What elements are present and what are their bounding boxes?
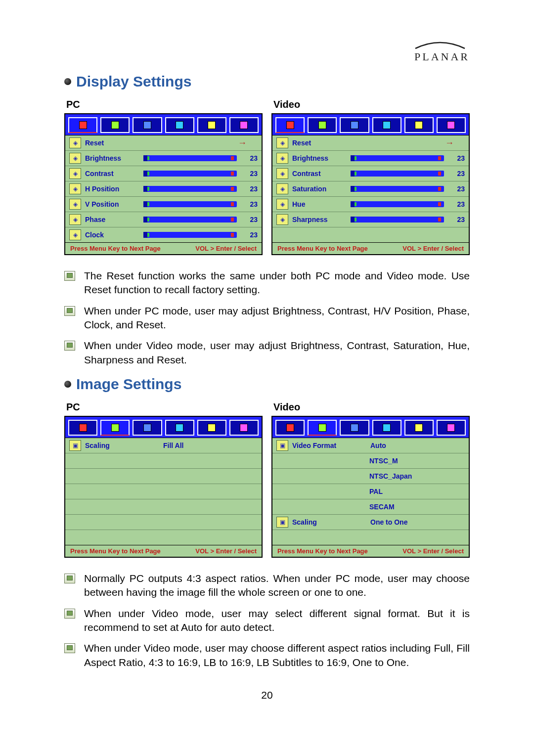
note-icon bbox=[64, 574, 75, 583]
contrast-icon: ◈ bbox=[276, 168, 288, 179]
osd-tab-icon[interactable] bbox=[404, 117, 434, 133]
note-item: The Reset function works the same under … bbox=[64, 269, 470, 297]
scaling-icon: ▣ bbox=[69, 440, 81, 451]
slider[interactable] bbox=[143, 186, 237, 192]
display-tab-icon[interactable] bbox=[275, 420, 305, 436]
row-label: V Position bbox=[85, 200, 139, 208]
setup-tab-icon[interactable] bbox=[372, 420, 401, 436]
arrow-icon: → bbox=[445, 138, 454, 148]
row-label: Hue bbox=[292, 200, 347, 208]
image-tab-icon[interactable] bbox=[100, 420, 130, 436]
osd-footer-right: VOL > Enter / Select bbox=[195, 245, 257, 252]
videoformat-icon: ▣ bbox=[276, 440, 288, 451]
row-value: 23 bbox=[451, 170, 465, 178]
note-item: When under PC mode, user may adjust Brig… bbox=[64, 304, 470, 332]
row-label: Phase bbox=[85, 216, 139, 223]
row-label: Contrast bbox=[292, 170, 347, 178]
setup-tab-icon[interactable] bbox=[165, 117, 194, 133]
osd-tab-icon[interactable] bbox=[197, 420, 226, 436]
osd-row[interactable]: ◈Hue23 bbox=[272, 196, 469, 212]
osd-row[interactable]: NTSC_Japan bbox=[272, 468, 469, 484]
osd-row[interactable]: ◈Reset→ bbox=[272, 135, 469, 150]
note-text: Normally PC outputs 4:3 aspect ratios. W… bbox=[84, 572, 470, 600]
display-video-osd: ◈Reset→◈Brightness23◈Contrast23◈Saturati… bbox=[271, 113, 470, 255]
osd-row[interactable]: ▣ScalingFill All bbox=[65, 438, 262, 453]
slider[interactable] bbox=[143, 171, 237, 177]
display-settings-heading: Display Settings bbox=[64, 73, 470, 90]
osd-row-blank bbox=[65, 499, 262, 514]
audio-tab-icon[interactable] bbox=[133, 117, 162, 133]
brand-logo: PLANAR bbox=[64, 40, 470, 63]
osd-row[interactable]: ◈Brightness23 bbox=[272, 150, 469, 166]
image-tab-icon[interactable] bbox=[100, 117, 130, 133]
display-tab-icon[interactable] bbox=[275, 117, 305, 133]
slider[interactable] bbox=[143, 232, 237, 238]
osd-footer-left: Press Menu Key to Next Page bbox=[70, 245, 161, 252]
slider[interactable] bbox=[143, 155, 237, 161]
osd-row[interactable]: ◈Sharpness23 bbox=[272, 212, 469, 227]
row-value: 23 bbox=[244, 200, 258, 208]
slider[interactable] bbox=[351, 155, 444, 161]
note-text: When under Video mode, user may select d… bbox=[84, 607, 470, 635]
scaling-icon: ▣ bbox=[276, 517, 288, 528]
osd-footer-left: Press Menu Key to Next Page bbox=[277, 245, 368, 252]
slider[interactable] bbox=[351, 201, 444, 207]
info-tab-icon[interactable] bbox=[437, 420, 466, 436]
row-label: Reset bbox=[292, 139, 347, 147]
osd-row[interactable]: ◈Contrast23 bbox=[65, 166, 262, 181]
row-label: Scaling bbox=[85, 442, 159, 449]
osd-row[interactable]: ◈Phase23 bbox=[65, 212, 262, 227]
osd-row[interactable]: ▣ScalingOne to One bbox=[272, 514, 469, 530]
pc-label: PC bbox=[66, 99, 263, 110]
display-tab-icon[interactable] bbox=[68, 420, 97, 436]
row-label: Sharpness bbox=[292, 216, 347, 223]
image-tab-icon[interactable] bbox=[308, 420, 337, 436]
display-tab-icon[interactable] bbox=[68, 117, 97, 133]
row-value: 23 bbox=[451, 216, 465, 223]
osd-row-blank bbox=[65, 468, 262, 484]
osd-footer-left: Press Menu Key to Next Page bbox=[277, 547, 368, 555]
info-tab-icon[interactable] bbox=[437, 117, 466, 133]
row-value: 23 bbox=[451, 200, 465, 208]
slider[interactable] bbox=[143, 217, 237, 222]
slider[interactable] bbox=[351, 171, 444, 177]
osd-row-blank bbox=[65, 530, 262, 545]
osd-row[interactable]: ◈Brightness23 bbox=[65, 150, 262, 166]
osd-row[interactable]: NTSC_M bbox=[272, 453, 469, 468]
row-option: Auto bbox=[370, 442, 465, 449]
osd-row[interactable]: ▣Video FormatAuto bbox=[272, 438, 469, 453]
note-icon bbox=[64, 271, 75, 281]
row-label: Contrast bbox=[85, 170, 139, 178]
slider[interactable] bbox=[143, 201, 237, 207]
osd-row[interactable]: ◈H Position23 bbox=[65, 181, 262, 196]
osd-row[interactable]: ◈Reset→ bbox=[65, 135, 262, 150]
bullet-disc-icon bbox=[64, 78, 71, 85]
info-tab-icon[interactable] bbox=[229, 420, 259, 436]
slider[interactable] bbox=[351, 186, 444, 192]
osd-footer-right: VOL > Enter / Select bbox=[402, 245, 464, 252]
osd-row[interactable]: ◈Saturation23 bbox=[272, 181, 469, 196]
note-text: When under Video mode, user may adjust B… bbox=[84, 339, 470, 367]
setup-tab-icon[interactable] bbox=[165, 420, 194, 436]
osd-row[interactable]: ◈V Position23 bbox=[65, 196, 262, 212]
row-option: SECAM bbox=[369, 503, 465, 511]
osd-row-blank bbox=[65, 514, 262, 530]
audio-tab-icon[interactable] bbox=[133, 420, 162, 436]
setup-tab-icon[interactable] bbox=[372, 117, 401, 133]
slider[interactable] bbox=[351, 217, 444, 222]
row-value: 23 bbox=[451, 154, 465, 162]
osd-row[interactable]: ◈Contrast23 bbox=[272, 166, 469, 181]
osd-row[interactable]: PAL bbox=[272, 484, 469, 499]
arrow-icon: → bbox=[238, 138, 247, 148]
image-tab-icon[interactable] bbox=[308, 117, 337, 133]
osd-row[interactable]: SECAM bbox=[272, 499, 469, 514]
audio-tab-icon[interactable] bbox=[340, 420, 369, 436]
osd-tab-icon[interactable] bbox=[404, 420, 434, 436]
osd-tab-icon[interactable] bbox=[197, 117, 226, 133]
row-label: H Position bbox=[85, 185, 139, 193]
audio-tab-icon[interactable] bbox=[340, 117, 369, 133]
info-tab-icon[interactable] bbox=[229, 117, 259, 133]
osd-row[interactable]: ◈Clock23 bbox=[65, 227, 262, 242]
contrast-icon: ◈ bbox=[69, 168, 81, 179]
brightness-icon: ◈ bbox=[276, 153, 288, 164]
